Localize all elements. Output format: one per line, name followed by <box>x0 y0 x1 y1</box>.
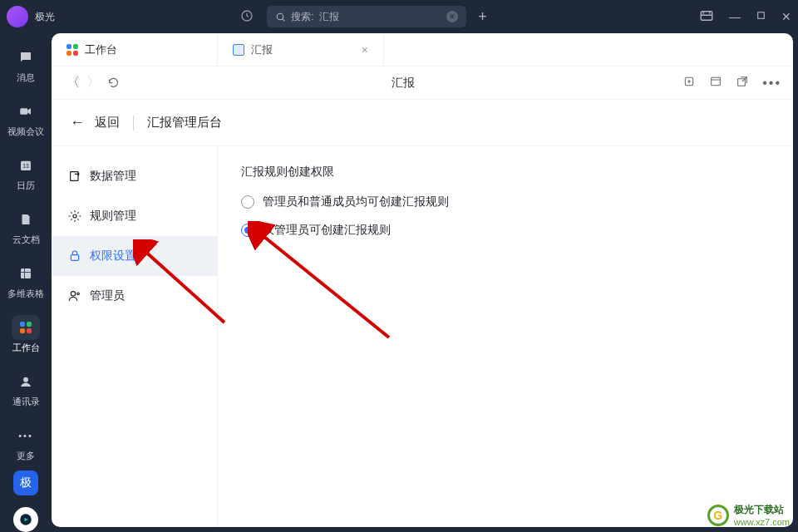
more-icon[interactable]: ••• <box>762 76 781 91</box>
gear-icon <box>68 209 81 223</box>
svg-point-14 <box>73 214 76 218</box>
rail-app-badge[interactable]: 极 <box>13 470 38 495</box>
rail-item-base[interactable]: 多维表格 <box>0 254 52 308</box>
svg-rect-7 <box>21 268 31 278</box>
window-titlebar: 极光 搜索: 汇报 ✕ + — ✕ <box>0 0 798 33</box>
panel-icon[interactable] <box>709 75 722 91</box>
back-label[interactable]: 返回 <box>95 115 120 131</box>
svg-rect-13 <box>71 172 78 181</box>
content-window: 工作台 汇报 × 〈 〉 汇报 ••• ← 返回 汇报管理后台 <box>52 33 793 527</box>
settings-side-menu: 数据管理 规则管理 权限设置 管理员 <box>52 146 218 527</box>
history-icon[interactable] <box>240 9 254 25</box>
svg-point-16 <box>71 292 75 296</box>
header-title: 汇报管理后台 <box>147 115 222 131</box>
header-divider <box>133 116 134 131</box>
menu-item-data[interactable]: 数据管理 <box>52 156 217 196</box>
export-icon <box>68 170 81 183</box>
toolbox-icon[interactable] <box>699 8 714 26</box>
nav-refresh-button[interactable] <box>103 76 123 89</box>
menu-item-admins[interactable]: 管理员 <box>52 276 217 316</box>
workbench-icon <box>66 44 78 56</box>
rail-item-contacts[interactable]: 通讯录 <box>0 362 52 416</box>
admin-icon <box>68 289 81 303</box>
contacts-icon <box>18 374 33 389</box>
ellipsis-icon: ••• <box>18 431 33 441</box>
svg-rect-15 <box>71 255 78 261</box>
watermark: G 极光下载站 www.xz7.com <box>707 503 790 527</box>
nav-forward-button[interactable]: 〉 <box>83 74 103 91</box>
page-body: 数据管理 规则管理 权限设置 管理员 汇报规则创建权限 管理员和普通成员均可创建… <box>52 146 793 527</box>
rail-item-calendar[interactable]: 13 日历 <box>0 146 52 200</box>
radio-icon <box>241 224 254 237</box>
radio-icon <box>241 195 254 209</box>
page-toolbar: 〈 〉 汇报 ••• <box>52 66 793 100</box>
window-close-button[interactable]: ✕ <box>781 10 791 23</box>
rail-help-icon[interactable] <box>13 507 38 532</box>
rail-item-video[interactable]: 视频会议 <box>0 92 52 146</box>
app-leftrail: 消息 视频会议 13 日历 云文档 多维表格 工作台 通讯录 ••• 更多 极 <box>0 33 52 532</box>
svg-rect-3 <box>758 12 765 19</box>
page-header: ← 返回 汇报管理后台 <box>52 100 793 146</box>
svg-point-1 <box>277 13 283 20</box>
svg-rect-4 <box>20 108 27 115</box>
svg-point-17 <box>77 293 80 295</box>
cloud-doc-icon <box>18 212 33 227</box>
user-avatar[interactable] <box>7 6 28 27</box>
search-icon <box>275 12 286 22</box>
global-search[interactable]: 搜索: 汇报 ✕ <box>267 6 466 27</box>
svg-text:13: 13 <box>22 163 29 169</box>
lock-icon <box>68 249 81 263</box>
rail-item-messages[interactable]: 消息 <box>0 38 52 92</box>
window-minimize-button[interactable]: — <box>729 10 741 23</box>
watermark-text: 极光下载站 <box>734 503 790 517</box>
watermark-url: www.xz7.com <box>734 517 790 527</box>
radio-option-admin-only[interactable]: 仅管理员可创建汇报规则 <box>241 223 770 238</box>
toolbar-actions: ••• <box>682 75 781 91</box>
table-icon <box>18 266 33 281</box>
calendar-icon: 13 <box>18 158 33 173</box>
tab-label: 汇报 <box>251 42 273 57</box>
new-tab-button[interactable]: + <box>478 8 487 26</box>
page-title: 汇报 <box>123 76 682 91</box>
tab-report[interactable]: 汇报 × <box>218 33 384 66</box>
menu-item-permissions[interactable]: 权限设置 <box>52 236 217 276</box>
radio-label: 仅管理员可创建汇报规则 <box>263 223 391 238</box>
tabstrip: 工作台 汇报 × <box>52 33 793 66</box>
nav-back-button[interactable]: 〈 <box>63 74 83 91</box>
search-prefix: 搜索: <box>291 10 313 24</box>
close-tab-icon[interactable]: × <box>362 43 368 57</box>
tab-workbench[interactable]: 工作台 <box>52 33 218 66</box>
window-maximize-button[interactable] <box>756 10 766 23</box>
rail-bottom: 极 <box>13 470 38 532</box>
video-icon <box>18 104 33 119</box>
watermark-logo-icon: G <box>707 505 729 526</box>
back-arrow-icon[interactable]: ← <box>70 114 85 131</box>
svg-rect-11 <box>712 77 721 85</box>
rail-item-docs[interactable]: 云文档 <box>0 200 52 254</box>
rail-item-more[interactable]: ••• 更多 <box>0 416 52 470</box>
permissions-panel: 汇报规则创建权限 管理员和普通成员均可创建汇报规则 仅管理员可创建汇报规则 <box>218 146 793 527</box>
radio-option-all[interactable]: 管理员和普通成员均可创建汇报规则 <box>241 195 770 209</box>
shortcut-icon[interactable] <box>682 75 696 91</box>
clear-search-icon[interactable]: ✕ <box>446 11 458 22</box>
report-icon <box>233 44 244 56</box>
app-brand: 极光 <box>35 10 55 24</box>
svg-rect-2 <box>701 11 712 20</box>
chat-icon <box>18 50 33 65</box>
tab-label: 工作台 <box>85 42 117 57</box>
workbench-icon <box>20 322 32 333</box>
search-term: 汇报 <box>319 10 339 24</box>
panel-title: 汇报规则创建权限 <box>241 165 770 180</box>
rail-item-workbench[interactable]: 工作台 <box>0 308 52 362</box>
menu-item-rules[interactable]: 规则管理 <box>52 196 217 236</box>
svg-point-8 <box>23 377 28 382</box>
radio-label: 管理员和普通成员均可创建汇报规则 <box>263 195 449 209</box>
open-new-icon[interactable] <box>736 75 749 91</box>
